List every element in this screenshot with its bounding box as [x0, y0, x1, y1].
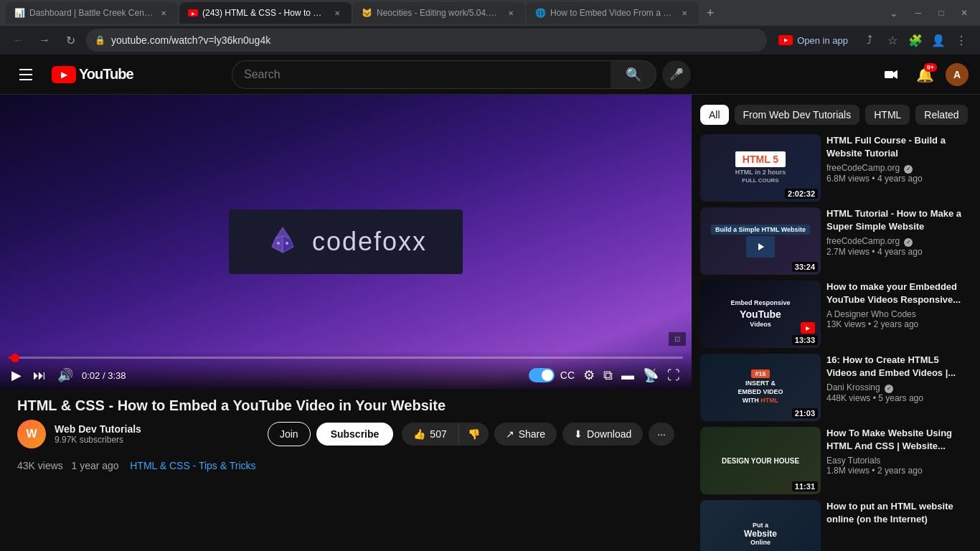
- like-count: 507: [430, 428, 446, 440]
- maximize-button[interactable]: □: [931, 3, 951, 23]
- rec-info-4: How To Make Website Using HTML And CSS |…: [826, 427, 971, 494]
- video-hashtag[interactable]: HTML & CSS - Tips & Tricks: [130, 460, 255, 471]
- rec-channel-4: Easy Tutorials: [826, 456, 971, 466]
- address-bar[interactable]: 🔒 youtube.com/watch?v=ly36kn0ug4k: [86, 29, 767, 52]
- rec-title-3: 16: How to Create HTML5 Videos and Embed…: [826, 354, 971, 380]
- search-button[interactable]: 🔍: [611, 60, 656, 89]
- list-item[interactable]: #16 INSERT & EMBED VIDEO WITH HTML 21:03…: [700, 354, 971, 421]
- rec-title-5: How to put an HTML website online (on th…: [826, 500, 971, 526]
- profile-button[interactable]: 👤: [928, 30, 948, 50]
- tab-1[interactable]: 📊 Dashboard | Battle Creek Centra... ✕: [6, 2, 178, 24]
- captions-button[interactable]: CC: [557, 367, 578, 384]
- rec-channel-3: Dani Krossing ✓: [826, 382, 971, 393]
- minimize-button[interactable]: ─: [908, 3, 928, 23]
- like-icon: 👍: [413, 428, 425, 440]
- theater-button[interactable]: ▬: [618, 365, 637, 386]
- tab-1-close[interactable]: ✕: [158, 7, 169, 19]
- rec-meta-2: 13K views • 2 years ago: [826, 319, 971, 329]
- list-item[interactable]: Build a Simple HTML Website 33:24 HTML T…: [700, 207, 971, 275]
- omnibar: ← → ↻ 🔒 youtube.com/watch?v=ly36kn0ug4k …: [0, 26, 980, 55]
- rec-thumbnail-0: HTML 5 HTML in 2 hours FULL COURS 2:02:3…: [700, 134, 821, 202]
- extensions-button[interactable]: 🧩: [905, 30, 925, 50]
- settings-button[interactable]: ⚙: [580, 364, 598, 386]
- voice-search-button[interactable]: 🎤: [662, 60, 691, 89]
- tab-4-label: How to Embed Video From a Vi...: [550, 8, 674, 18]
- filter-from-web-dev[interactable]: From Web Dev Tutorials: [735, 105, 860, 125]
- list-item[interactable]: Put a Website Online How to put an HTML …: [700, 500, 971, 551]
- play-button[interactable]: ▶: [9, 364, 24, 386]
- dislike-button[interactable]: 👎: [458, 423, 489, 446]
- upload-time-ago: 1 year ago: [71, 460, 118, 471]
- tab-3-close[interactable]: ✕: [505, 7, 517, 19]
- join-button[interactable]: Join: [268, 422, 311, 446]
- rec-thumbnail-3: #16 INSERT & EMBED VIDEO WITH HTML 21:03: [700, 354, 821, 421]
- video-player[interactable]: codefoxx ⊡ ▶ ⏭ 🔊: [0, 95, 692, 389]
- create-video-button[interactable]: [877, 60, 905, 89]
- toggle-knob: [542, 369, 553, 381]
- filter-related[interactable]: Related: [915, 105, 967, 125]
- right-controls: CC ⚙ ⧉ ▬ 📡 ⛶: [529, 364, 683, 386]
- miniplayer-button[interactable]: ⧉: [600, 365, 616, 386]
- address-text: youtube.com/watch?v=ly36kn0ug4k: [111, 34, 758, 46]
- volume-button[interactable]: 🔊: [55, 364, 76, 386]
- youtube-logo[interactable]: YouTube: [52, 66, 133, 83]
- video-actions: 👍 507 👎 ↗ Share ⬇ Download ···: [402, 423, 674, 446]
- youtube-logo-text: YouTube: [79, 66, 133, 83]
- tab-1-favicon: 📊: [14, 8, 25, 18]
- rec-thumbnail-1: Build a Simple HTML Website 33:24: [700, 207, 821, 275]
- channel-avatar[interactable]: W: [17, 420, 46, 448]
- next-button[interactable]: ⏭: [30, 365, 49, 386]
- user-avatar[interactable]: A: [946, 63, 969, 86]
- channel-info: Web Dev Tutorials 9.97K subscribers: [55, 423, 259, 445]
- close-button[interactable]: ✕: [954, 3, 974, 23]
- fullscreen-button[interactable]: ⛶: [664, 365, 683, 386]
- tab-2-close[interactable]: ✕: [331, 7, 343, 19]
- new-tab-button[interactable]: +: [700, 3, 720, 23]
- tab-3[interactable]: 🐱 Neocities - Editing work/5.04.ht... ✕: [353, 2, 525, 24]
- rec-title-0: HTML Full Course - Build a Website Tutor…: [826, 134, 971, 160]
- list-item[interactable]: DESIGN YOUR HOUSE 11:31 How To Make Webs…: [700, 427, 971, 494]
- hamburger-line: [19, 74, 32, 75]
- filter-all[interactable]: All: [700, 105, 729, 125]
- channel-actions: Join Subscribe: [268, 422, 393, 446]
- tab-2[interactable]: ▶ (243) HTML & CSS - How to Emb... ✕: [179, 2, 352, 24]
- channel-name[interactable]: Web Dev Tutorials: [55, 423, 259, 435]
- share-button[interactable]: ↗ Share: [494, 423, 557, 446]
- subscribe-button[interactable]: Subscribe: [316, 423, 394, 446]
- verified-icon-0: ✓: [904, 165, 913, 174]
- tab-expand-button[interactable]: ⌄: [887, 4, 901, 22]
- search-input[interactable]: [232, 60, 611, 89]
- codefoxx-logo: codefoxx: [229, 209, 463, 274]
- channel-row: W Web Dev Tutorials 9.97K subscribers Jo…: [17, 420, 674, 448]
- cast-button[interactable]: 📡: [640, 364, 661, 386]
- svg-marker-3: [283, 236, 293, 253]
- filter-html[interactable]: HTML: [865, 105, 910, 125]
- hamburger-menu[interactable]: [11, 60, 40, 89]
- menu-button[interactable]: ⋮: [951, 30, 971, 50]
- bookmark-button[interactable]: ☆: [882, 30, 903, 50]
- progress-bar[interactable]: [9, 357, 683, 359]
- reload-button[interactable]: ↻: [60, 30, 80, 50]
- list-item[interactable]: Embed Responsive YouTube Videos ▶ 13:33 …: [700, 281, 971, 348]
- tab-bar: 📊 Dashboard | Battle Creek Centra... ✕ ▶…: [0, 0, 980, 26]
- share-browser-button[interactable]: ⤴: [859, 30, 880, 50]
- rec-channel-0: freeCodeCamp.org ✓: [826, 163, 971, 174]
- forward-button[interactable]: →: [34, 30, 55, 50]
- rec-title-2: How to make your Embedded YouTube Videos…: [826, 281, 971, 306]
- notifications-button[interactable]: 🔔 9+: [911, 60, 940, 89]
- download-button[interactable]: ⬇ Download: [562, 423, 643, 446]
- autoplay-toggle[interactable]: [529, 368, 555, 382]
- list-item[interactable]: HTML 5 HTML in 2 hours FULL COURS 2:02:3…: [700, 134, 971, 202]
- view-count: 43K views: [17, 460, 63, 471]
- verified-icon-3: ✓: [885, 385, 893, 393]
- video-stats: 43K views 1 year ago HTML & CSS - Tips &…: [0, 457, 692, 477]
- back-button[interactable]: ←: [9, 30, 29, 50]
- more-options-button[interactable]: ···: [649, 423, 674, 446]
- browser-actions: ⤴ ☆ 🧩 👤 ⋮: [859, 30, 971, 50]
- open-in-app-label: Open in app: [797, 35, 848, 46]
- tab-4[interactable]: 🌐 How to Embed Video From a Vi... ✕: [527, 2, 699, 24]
- like-button[interactable]: 👍 507: [402, 423, 458, 446]
- rec-channel-1: freeCodeCamp.org ✓: [826, 236, 971, 247]
- tab-4-close[interactable]: ✕: [679, 7, 690, 19]
- open-in-app-button[interactable]: Open in app: [773, 32, 854, 49]
